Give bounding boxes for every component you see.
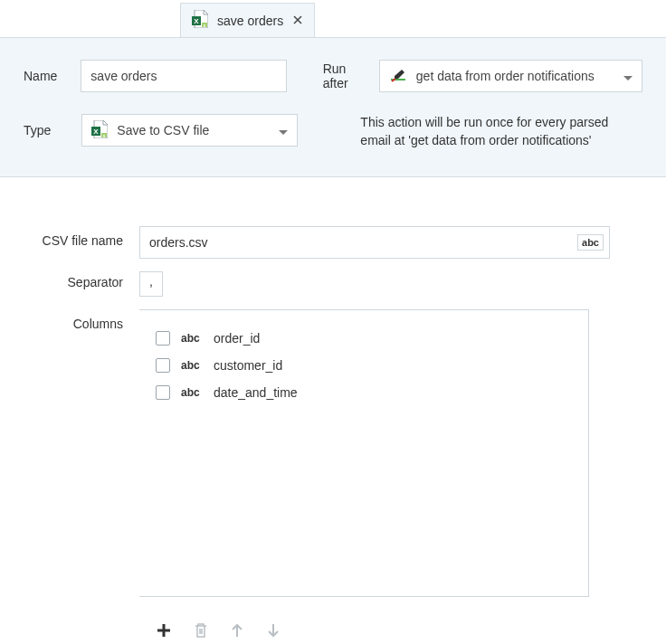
runafter-value: get data from order notifications bbox=[416, 69, 595, 83]
csv-filename-input[interactable]: abc bbox=[139, 226, 610, 259]
separator-input[interactable]: , bbox=[139, 271, 163, 297]
column-name: date_and_time bbox=[214, 385, 298, 400]
csv-filename-label: CSV file name bbox=[20, 226, 123, 248]
columns-list: abc order_id abc customer_id abc date_an… bbox=[139, 309, 589, 597]
svg-text:a: a bbox=[103, 132, 106, 137]
type-abc-icon: abc bbox=[181, 386, 203, 399]
name-input[interactable] bbox=[81, 60, 286, 92]
abc-badge[interactable]: abc bbox=[577, 234, 604, 251]
add-icon[interactable] bbox=[156, 622, 172, 639]
chevron-down-icon bbox=[623, 70, 633, 84]
svg-text:X: X bbox=[194, 17, 199, 25]
type-select[interactable]: X a Save to CSV file bbox=[81, 114, 298, 147]
list-item[interactable]: abc order_id bbox=[156, 325, 572, 352]
highlight-icon bbox=[389, 68, 407, 85]
column-name: order_id bbox=[214, 331, 260, 346]
name-label: Name bbox=[24, 69, 57, 83]
excel-icon: X a bbox=[192, 10, 208, 31]
tab-title: save orders bbox=[217, 14, 283, 28]
checkbox[interactable] bbox=[156, 331, 170, 346]
type-label: Type bbox=[24, 114, 51, 137]
delete-icon[interactable] bbox=[194, 622, 208, 639]
type-abc-icon: abc bbox=[181, 332, 203, 345]
svg-text:a: a bbox=[204, 23, 206, 28]
excel-icon: X a bbox=[91, 120, 108, 141]
runafter-select[interactable]: get data from order notifications bbox=[379, 60, 642, 92]
header-panel: Name Run after get data from order notif… bbox=[0, 38, 666, 177]
columns-toolbar bbox=[20, 610, 646, 639]
tab-bar: X a save orders bbox=[0, 0, 666, 38]
run-after-help: This action will be run once for every p… bbox=[360, 114, 632, 149]
csv-filename-field[interactable] bbox=[149, 235, 577, 250]
move-down-icon[interactable] bbox=[266, 622, 281, 639]
type-abc-icon: abc bbox=[181, 359, 203, 372]
list-item[interactable]: abc customer_id bbox=[156, 352, 572, 379]
type-value: Save to CSV file bbox=[117, 123, 209, 137]
tab-save-orders[interactable]: X a save orders bbox=[180, 3, 315, 37]
svg-text:X: X bbox=[94, 128, 100, 136]
list-item[interactable]: abc date_and_time bbox=[156, 379, 572, 406]
runafter-label: Run after bbox=[323, 62, 372, 90]
column-name: customer_id bbox=[214, 358, 282, 373]
body-panel: CSV file name abc Separator , Columns ab… bbox=[0, 177, 666, 644]
columns-label: Columns bbox=[20, 309, 123, 331]
move-up-icon[interactable] bbox=[230, 622, 244, 639]
separator-label: Separator bbox=[20, 271, 123, 289]
checkbox[interactable] bbox=[156, 385, 170, 400]
name-input-field[interactable] bbox=[90, 69, 276, 83]
checkbox[interactable] bbox=[156, 358, 170, 373]
close-icon[interactable] bbox=[292, 13, 303, 29]
chevron-down-icon bbox=[279, 124, 288, 138]
